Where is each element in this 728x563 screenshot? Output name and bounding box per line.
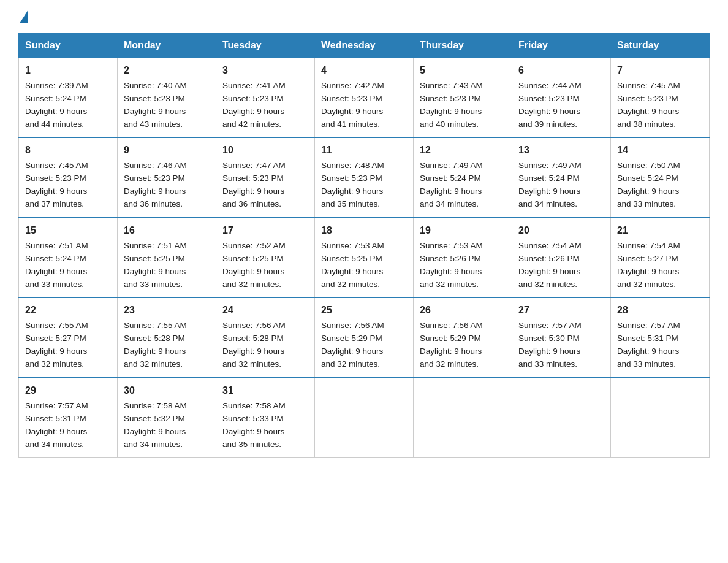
day-number: 12 [420, 143, 506, 158]
calendar-cell [611, 378, 710, 458]
calendar-cell: 21Sunrise: 7:54 AMSunset: 5:27 PMDayligh… [611, 218, 710, 297]
calendar-cell: 15Sunrise: 7:51 AMSunset: 5:24 PMDayligh… [19, 218, 118, 297]
day-number: 15 [25, 223, 111, 239]
calendar-cell: 11Sunrise: 7:48 AMSunset: 5:23 PMDayligh… [315, 137, 414, 217]
calendar-cell: 13Sunrise: 7:49 AMSunset: 5:24 PMDayligh… [512, 137, 611, 217]
header-cell-tuesday: Tuesday [216, 34, 315, 58]
day-number: 13 [518, 143, 604, 158]
week-row-3: 15Sunrise: 7:51 AMSunset: 5:24 PMDayligh… [19, 218, 710, 297]
day-number: 2 [124, 63, 210, 79]
day-number: 4 [321, 63, 407, 79]
header-cell-thursday: Thursday [414, 34, 512, 58]
day-number: 21 [617, 223, 703, 239]
calendar-cell: 5Sunrise: 7:43 AMSunset: 5:23 PMDaylight… [414, 58, 512, 137]
calendar-cell: 23Sunrise: 7:55 AMSunset: 5:28 PMDayligh… [118, 297, 216, 377]
calendar-cell: 1Sunrise: 7:39 AMSunset: 5:24 PMDaylight… [19, 58, 118, 137]
calendar-cell: 18Sunrise: 7:53 AMSunset: 5:25 PMDayligh… [315, 218, 414, 297]
day-number: 5 [420, 63, 506, 79]
calendar-cell: 16Sunrise: 7:51 AMSunset: 5:25 PMDayligh… [118, 218, 216, 297]
day-number: 27 [518, 303, 604, 318]
calendar-cell: 6Sunrise: 7:44 AMSunset: 5:23 PMDaylight… [512, 58, 611, 137]
calendar-cell: 8Sunrise: 7:45 AMSunset: 5:23 PMDaylight… [19, 137, 118, 217]
day-number: 26 [420, 303, 506, 318]
day-number: 7 [617, 63, 703, 79]
header-cell-monday: Monday [118, 34, 216, 58]
calendar-cell: 31Sunrise: 7:58 AMSunset: 5:33 PMDayligh… [216, 378, 315, 458]
day-number: 6 [518, 63, 604, 79]
calendar-cell: 27Sunrise: 7:57 AMSunset: 5:30 PMDayligh… [512, 297, 611, 377]
day-number: 24 [222, 303, 308, 318]
day-number: 17 [222, 223, 308, 239]
day-number: 29 [25, 383, 111, 399]
day-number: 11 [321, 143, 407, 158]
day-number: 8 [25, 143, 111, 158]
calendar-cell: 17Sunrise: 7:52 AMSunset: 5:25 PMDayligh… [216, 218, 315, 297]
day-number: 18 [321, 223, 407, 239]
calendar-cell: 12Sunrise: 7:49 AMSunset: 5:24 PMDayligh… [414, 137, 512, 217]
calendar-cell: 4Sunrise: 7:42 AMSunset: 5:23 PMDaylight… [315, 58, 414, 137]
header-cell-saturday: Saturday [611, 34, 710, 58]
day-number: 10 [222, 143, 308, 158]
calendar-cell: 19Sunrise: 7:53 AMSunset: 5:26 PMDayligh… [414, 218, 512, 297]
header-cell-friday: Friday [512, 34, 611, 58]
calendar-cell: 3Sunrise: 7:41 AMSunset: 5:23 PMDaylight… [216, 58, 315, 137]
calendar-cell: 10Sunrise: 7:47 AMSunset: 5:23 PMDayligh… [216, 137, 315, 217]
day-number: 20 [518, 223, 604, 239]
week-row-1: 1Sunrise: 7:39 AMSunset: 5:24 PMDaylight… [19, 58, 710, 137]
calendar-cell: 29Sunrise: 7:57 AMSunset: 5:31 PMDayligh… [19, 378, 118, 458]
day-number: 25 [321, 303, 407, 318]
calendar-cell: 30Sunrise: 7:58 AMSunset: 5:32 PMDayligh… [118, 378, 216, 458]
header-cell-wednesday: Wednesday [315, 34, 414, 58]
day-number: 30 [124, 383, 210, 399]
day-number: 31 [222, 383, 308, 399]
day-number: 19 [420, 223, 506, 239]
calendar-cell [315, 378, 414, 458]
week-row-2: 8Sunrise: 7:45 AMSunset: 5:23 PMDaylight… [19, 137, 710, 217]
calendar-cell: 14Sunrise: 7:50 AMSunset: 5:24 PMDayligh… [611, 137, 710, 217]
week-row-5: 29Sunrise: 7:57 AMSunset: 5:31 PMDayligh… [19, 378, 710, 458]
day-number: 22 [25, 303, 111, 318]
calendar-cell: 2Sunrise: 7:40 AMSunset: 5:23 PMDaylight… [118, 58, 216, 137]
calendar-table: SundayMondayTuesdayWednesdayThursdayFrid… [18, 33, 710, 458]
calendar-cell: 20Sunrise: 7:54 AMSunset: 5:26 PMDayligh… [512, 218, 611, 297]
calendar-cell [512, 378, 611, 458]
header-cell-sunday: Sunday [19, 34, 118, 58]
calendar-cell: 7Sunrise: 7:45 AMSunset: 5:23 PMDaylight… [611, 58, 710, 137]
day-number: 28 [617, 303, 703, 318]
calendar-cell: 9Sunrise: 7:46 AMSunset: 5:23 PMDaylight… [118, 137, 216, 217]
day-number: 3 [222, 63, 308, 79]
day-number: 16 [124, 223, 210, 239]
calendar-cell [414, 378, 512, 458]
calendar-cell: 24Sunrise: 7:56 AMSunset: 5:28 PMDayligh… [216, 297, 315, 377]
calendar-cell: 26Sunrise: 7:56 AMSunset: 5:29 PMDayligh… [414, 297, 512, 377]
logo-triangle-icon [20, 10, 28, 23]
page-header [18, 12, 710, 23]
calendar-cell: 22Sunrise: 7:55 AMSunset: 5:27 PMDayligh… [19, 297, 118, 377]
calendar-cell: 25Sunrise: 7:56 AMSunset: 5:29 PMDayligh… [315, 297, 414, 377]
day-number: 1 [25, 63, 111, 79]
week-row-4: 22Sunrise: 7:55 AMSunset: 5:27 PMDayligh… [19, 297, 710, 377]
header-row: SundayMondayTuesdayWednesdayThursdayFrid… [19, 34, 710, 58]
logo [18, 12, 28, 23]
day-number: 14 [617, 143, 703, 158]
calendar-cell: 28Sunrise: 7:57 AMSunset: 5:31 PMDayligh… [611, 297, 710, 377]
day-number: 9 [124, 143, 210, 158]
day-number: 23 [124, 303, 210, 318]
